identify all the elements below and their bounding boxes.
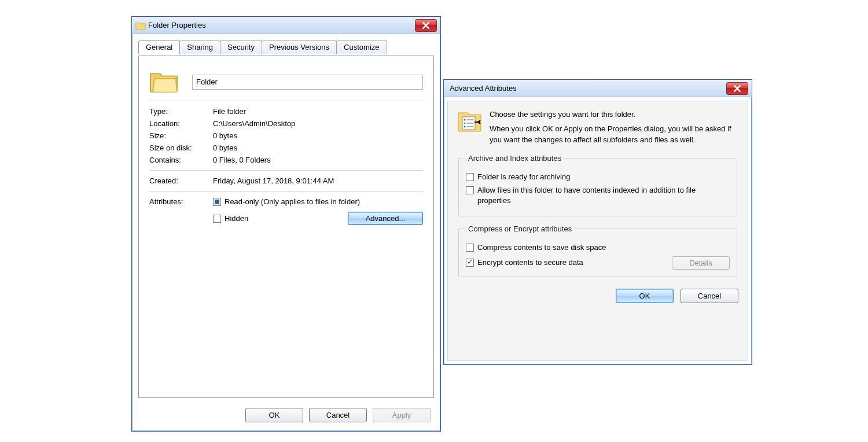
- tab-general[interactable]: General: [138, 40, 180, 54]
- svg-point-3: [464, 126, 466, 128]
- folder-icon: [135, 20, 146, 30]
- separator: [149, 170, 423, 171]
- cancel-button[interactable]: Cancel: [681, 289, 738, 303]
- type-value: File folder: [213, 107, 423, 116]
- svg-point-1: [464, 119, 466, 121]
- contains-label: Contains:: [149, 156, 213, 164]
- folder-name-input[interactable]: [192, 75, 423, 90]
- tab-panel-general: Type: File folder Location: C:\Users\Adm…: [138, 56, 434, 398]
- hidden-checkbox[interactable]: [213, 215, 221, 223]
- attributes-label: Attributes:: [149, 197, 213, 206]
- tab-sharing[interactable]: Sharing: [179, 40, 220, 54]
- window-title: Advanced Attributes: [447, 84, 726, 93]
- close-button[interactable]: [415, 19, 437, 32]
- window-title: Folder Properties: [146, 21, 415, 30]
- compress-encrypt-legend: Compress or Encrypt attributes: [466, 224, 574, 233]
- folder-icon: [149, 69, 178, 95]
- allow-indexing-checkbox[interactable]: [466, 186, 474, 194]
- details-button[interactable]: Details: [672, 256, 730, 270]
- created-label: Created:: [149, 176, 213, 185]
- client-area: General Sharing Security Previous Versio…: [135, 38, 437, 428]
- button-bar: OK Cancel Apply: [245, 408, 431, 422]
- size-on-disk-label: Size on disk:: [149, 143, 213, 152]
- tab-security[interactable]: Security: [220, 40, 262, 54]
- size-label: Size:: [149, 131, 213, 140]
- location-label: Location:: [149, 119, 213, 128]
- client-area: Choose the settings you want for this fo…: [447, 101, 748, 361]
- ok-button[interactable]: OK: [616, 289, 674, 303]
- contains-value: 0 Files, 0 Folders: [213, 156, 423, 164]
- intro-line2: When you click OK or Apply on the Proper…: [490, 124, 738, 146]
- hidden-label: Hidden: [225, 214, 248, 223]
- size-on-disk-value: 0 bytes: [213, 143, 423, 152]
- titlebar[interactable]: Advanced Attributes: [444, 80, 752, 97]
- separator: [149, 101, 423, 101]
- compress-checkbox[interactable]: [466, 244, 474, 252]
- svg-point-2: [464, 123, 466, 124]
- type-label: Type:: [149, 107, 213, 116]
- advanced-button[interactable]: Advanced...: [348, 212, 423, 225]
- encrypt-checkbox[interactable]: [466, 259, 474, 267]
- size-value: 0 bytes: [213, 131, 423, 140]
- close-icon: [734, 85, 741, 92]
- advanced-attributes-dialog: Advanced Attributes: [443, 79, 752, 365]
- read-only-label: Read-only (Only applies to files in fold…: [225, 197, 360, 206]
- close-icon: [422, 22, 429, 29]
- archive-ready-label: Folder is ready for archiving: [477, 172, 570, 182]
- created-value: Friday, August 17, 2018, 9:01:44 AM: [213, 176, 423, 185]
- folder-properties-dialog: Folder Properties General Sharing Securi…: [131, 16, 441, 432]
- compress-label: Compress contents to save disk space: [477, 242, 606, 253]
- archive-index-legend: Archive and Index attributes: [466, 154, 564, 163]
- tab-customize[interactable]: Customize: [336, 40, 387, 54]
- settings-icon: [457, 109, 483, 146]
- cancel-button[interactable]: Cancel: [309, 408, 367, 422]
- encrypt-label: Encrypt contents to secure data: [477, 257, 583, 268]
- tab-previous-versions[interactable]: Previous Versions: [262, 40, 337, 54]
- apply-button[interactable]: Apply: [373, 408, 431, 422]
- compress-encrypt-group: Compress or Encrypt attributes Compress …: [458, 224, 737, 277]
- allow-indexing-label: Allow files in this folder to have conte…: [477, 185, 730, 205]
- tabstrip: General Sharing Security Previous Versio…: [136, 38, 436, 53]
- read-only-checkbox[interactable]: [213, 198, 221, 206]
- button-bar: OK Cancel: [448, 283, 748, 303]
- separator: [149, 191, 423, 191]
- archive-index-group: Archive and Index attributes Folder is r…: [458, 154, 737, 217]
- archive-ready-checkbox[interactable]: [466, 173, 474, 181]
- titlebar[interactable]: Folder Properties: [132, 17, 440, 34]
- location-value: C:\Users\Admin\Desktop: [213, 119, 423, 128]
- close-button[interactable]: [726, 82, 748, 95]
- ok-button[interactable]: OK: [245, 408, 303, 422]
- intro-line1: Choose the settings you want for this fo…: [490, 109, 738, 120]
